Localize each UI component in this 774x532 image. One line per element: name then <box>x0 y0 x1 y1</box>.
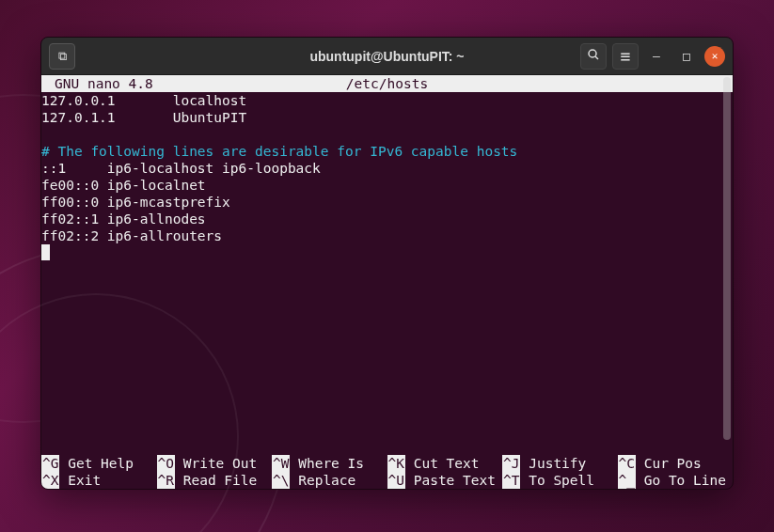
editor-line: ff02::1 ip6-allnodes <box>41 211 733 227</box>
shortcut-key: ^\ <box>272 472 290 489</box>
nano-shortcut: ^\ Replace <box>272 472 387 489</box>
terminal-window: ⧉ ubuntupit@UbuntuPIT: ~ ≡ — □ ✕ <box>40 37 734 490</box>
nano-shortcut: ^C Cur Pos <box>618 455 734 472</box>
nano-shortcut: ^J Justify <box>502 455 618 472</box>
terminal-body[interactable]: GNU nano 4.8 /etc/hosts 127.0.0.1 localh… <box>41 75 733 489</box>
nano-header: GNU nano 4.8 /etc/hosts <box>41 75 733 92</box>
nano-shortcut: ^_ Go To Line <box>618 472 734 489</box>
nano-shortcut: ^X Exit <box>41 472 157 489</box>
search-button[interactable] <box>580 43 607 70</box>
editor-line: ff00::0 ip6-mcastprefix <box>41 194 733 211</box>
menu-button[interactable]: ≡ <box>612 43 639 70</box>
shortcut-key: ^U <box>387 472 405 489</box>
shortcut-label: Get Help <box>59 456 134 471</box>
shortcut-key: ^J <box>502 455 520 472</box>
shortcut-label: Go To Line <box>636 473 726 488</box>
editor-line <box>41 126 733 143</box>
nano-shortcut: ^K Cut Text <box>387 455 503 472</box>
editor-line: 127.0.1.1 UbuntuPIT <box>41 109 733 126</box>
shortcut-key: ^_ <box>618 472 636 489</box>
shortcut-label: Write Out <box>175 456 257 471</box>
nano-shortcut: ^W Where Is <box>272 455 387 472</box>
maximize-icon: □ <box>683 49 690 63</box>
hamburger-icon: ≡ <box>621 48 631 65</box>
shortcut-label: Cut Text <box>405 456 480 471</box>
editor-line: 127.0.0.1 localhost <box>41 92 733 109</box>
shortcut-key: ^W <box>272 455 290 472</box>
shortcut-key: ^G <box>41 455 59 472</box>
nano-shortcut: ^T To Spell <box>502 472 618 489</box>
cursor <box>41 244 50 260</box>
new-tab-icon: ⧉ <box>58 49 67 64</box>
nano-shortcut: ^O Write Out <box>157 455 273 472</box>
shortcut-label: Cur Pos <box>636 456 702 471</box>
shortcut-key: ^K <box>387 455 405 472</box>
nano-version: GNU nano 4.8 <box>55 75 153 92</box>
nano-shortcut: ^U Paste Text <box>387 472 503 489</box>
shortcut-label: Where Is <box>290 456 364 471</box>
shortcut-key: ^C <box>618 455 636 472</box>
shortcut-label: To Spell <box>520 473 594 488</box>
maximize-button[interactable]: □ <box>674 43 699 70</box>
editor-line: ff02::2 ip6-allrouters <box>41 227 733 244</box>
shortcut-label: Replace <box>290 473 355 488</box>
shortcut-key: ^X <box>41 472 59 489</box>
window-title: ubuntupit@UbuntuPIT: ~ <box>218 49 557 64</box>
nano-filename: /etc/hosts <box>346 75 428 92</box>
editor-line: ::1 ip6-localhost ip6-loopback <box>41 160 733 177</box>
editor-line: # The following lines are desirable for … <box>41 143 733 160</box>
shortcut-label: Justify <box>520 456 586 471</box>
nano-editor-area[interactable]: 127.0.0.1 localhost127.0.1.1 UbuntuPIT #… <box>41 92 733 455</box>
svg-line-1 <box>595 56 598 59</box>
search-icon <box>587 48 600 64</box>
new-tab-button[interactable]: ⧉ <box>49 43 75 70</box>
nano-shortcut: ^G Get Help <box>41 455 157 472</box>
close-button[interactable]: ✕ <box>704 46 725 67</box>
minimize-icon: — <box>653 49 660 63</box>
shortcut-key: ^R <box>157 472 175 489</box>
shortcut-label: Read File <box>175 473 257 488</box>
close-icon: ✕ <box>712 50 719 62</box>
shortcut-key: ^O <box>157 455 175 472</box>
titlebar: ⧉ ubuntupit@UbuntuPIT: ~ ≡ — □ ✕ <box>41 38 733 75</box>
cursor-line <box>41 244 733 261</box>
shortcut-label: Paste Text <box>405 473 496 488</box>
svg-point-0 <box>589 50 596 57</box>
minimize-button[interactable]: — <box>644 43 669 70</box>
editor-line: fe00::0 ip6-localnet <box>41 177 733 194</box>
nano-footer: ^G Get Help^O Write Out^W Where Is^K Cut… <box>41 455 733 489</box>
scrollbar[interactable] <box>723 77 731 440</box>
shortcut-label: Exit <box>59 473 101 488</box>
shortcut-key: ^T <box>502 472 520 489</box>
nano-shortcut: ^R Read File <box>157 472 273 489</box>
